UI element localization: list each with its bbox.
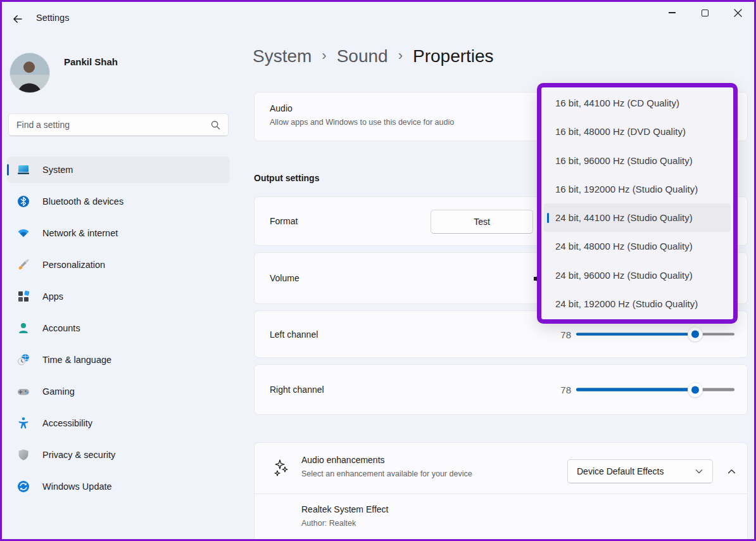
volume-label: Volume <box>270 253 299 303</box>
audio-subtitle: Allow apps and Windows to use this devic… <box>270 118 454 127</box>
sparkles-icon <box>272 458 291 481</box>
sidebar-item-gaming[interactable]: Gaming <box>7 378 230 405</box>
back-button[interactable] <box>8 11 27 27</box>
left-channel-label: Left channel <box>270 311 318 357</box>
flyout-option-24bit-44100-selected[interactable]: 24 bit, 44100 Hz (Studio Quality) <box>544 203 731 232</box>
left-channel-slider-fill <box>576 333 695 336</box>
maximize-icon <box>702 10 709 16</box>
audio-enhancements-card: Audio enhancements Select an enhancement… <box>254 442 748 541</box>
left-channel-value: 78 <box>557 329 571 340</box>
sidebar-item-network-internet[interactable]: Network & internet <box>7 220 230 246</box>
sidebar-item-personalization[interactable]: Personalization <box>7 251 230 278</box>
breadcrumb-separator-icon: › <box>322 48 326 64</box>
breadcrumb-sound[interactable]: Sound <box>337 46 388 67</box>
flyout-option-24bit-96000[interactable]: 24 bit, 96000 Hz (Studio Quality) <box>541 261 733 290</box>
left-channel-slider-thumb[interactable] <box>688 328 702 341</box>
chevron-down-icon <box>695 467 703 476</box>
chevron-up-icon <box>727 467 736 476</box>
flyout-option-24bit-192000[interactable]: 24 bit, 192000 Hz (Studio Quality) <box>541 290 733 318</box>
right-channel-slider-group: 78 <box>557 385 734 395</box>
enhancements-expander-button[interactable] <box>721 461 742 482</box>
accessibility-icon <box>16 416 31 431</box>
close-icon <box>734 9 742 17</box>
right-channel-slider-thumb[interactable] <box>688 383 702 397</box>
flyout-option-16bit-44100[interactable]: 16 bit, 44100 Hz (CD Quality) <box>541 89 733 117</box>
effect-name: Realtek System Effect <box>301 504 388 514</box>
right-channel-label: Right channel <box>270 365 324 414</box>
format-flyout-list: 16 bit, 44100 Hz (CD Quality) 16 bit, 48… <box>541 87 733 319</box>
window-title: Settings <box>36 13 69 23</box>
right-channel-value: 78 <box>557 385 571 395</box>
flyout-option-16bit-192000[interactable]: 16 bit, 192000 Hz (Studio Quality) <box>541 175 733 203</box>
apps-icon <box>16 289 31 304</box>
right-channel-row: Right channel 78 <box>254 364 748 415</box>
breadcrumb-system[interactable]: System <box>253 46 312 67</box>
breadcrumb-properties: Properties <box>413 46 494 67</box>
sidebar-item-system[interactable]: System <box>7 156 230 183</box>
close-button[interactable] <box>721 2 754 23</box>
bluetooth-icon <box>16 194 31 209</box>
enhancements-dropdown[interactable]: Device Default Effects <box>567 459 713 483</box>
person-icon <box>16 321 31 336</box>
format-flyout: 16 bit, 44100 Hz (CD Quality) 16 bit, 48… <box>537 83 738 324</box>
left-channel-slider-group: 78 <box>557 329 734 340</box>
flyout-option-16bit-96000[interactable]: 16 bit, 96000 Hz (Studio Quality) <box>541 146 733 175</box>
settings-window: Settings Pankil Shah <box>0 0 756 541</box>
sidebar-item-time-language[interactable]: Time & language <box>7 347 230 373</box>
sidebar-item-privacy-security[interactable]: Privacy & security <box>7 442 230 468</box>
sidebar-nav: System Bluetooth & devices Network & int… <box>7 156 230 505</box>
clock-globe-icon <box>16 352 31 367</box>
window-controls <box>655 2 754 23</box>
slider-thumb-dot <box>691 386 699 393</box>
search-input[interactable] <box>16 120 210 130</box>
right-channel-slider[interactable] <box>576 388 734 391</box>
user-name: Pankil Shah <box>64 56 118 67</box>
search-icon <box>210 120 220 130</box>
right-channel-slider-fill <box>576 388 695 391</box>
sidebar-item-accessibility[interactable]: Accessibility <box>7 410 230 436</box>
flyout-option-16bit-48000[interactable]: 16 bit, 48000 Hz (DVD Quality) <box>541 117 733 146</box>
breadcrumb-separator-icon: › <box>398 48 403 64</box>
update-icon <box>16 479 31 494</box>
wifi-icon <box>16 226 31 241</box>
sidebar-item-bluetooth-devices[interactable]: Bluetooth & devices <box>7 188 230 215</box>
minimize-icon <box>669 12 676 13</box>
format-label: Format <box>270 197 298 245</box>
flyout-option-24bit-48000[interactable]: 24 bit, 48000 Hz (Studio Quality) <box>541 232 733 260</box>
back-arrow-icon <box>12 13 23 25</box>
enhancements-dropdown-value: Device Default Effects <box>577 466 664 476</box>
minimize-button[interactable] <box>655 2 688 23</box>
effect-author: Author: Realtek <box>301 519 356 528</box>
search-box <box>8 113 229 136</box>
breadcrumb: System › Sound › Properties <box>253 46 494 67</box>
system-icon <box>16 162 31 177</box>
enhancements-subtitle: Select an enhancement available for your… <box>301 469 472 478</box>
test-button[interactable]: Test <box>431 210 533 234</box>
card-divider <box>255 493 747 494</box>
gamepad-icon <box>16 384 31 399</box>
shield-icon <box>16 447 31 462</box>
output-settings-heading: Output settings <box>254 173 319 183</box>
maximize-button[interactable] <box>688 2 721 23</box>
sidebar-item-accounts[interactable]: Accounts <box>7 315 230 341</box>
sidebar-item-apps[interactable]: Apps <box>7 283 230 310</box>
avatar <box>9 53 50 93</box>
sidebar-item-windows-update[interactable]: Windows Update <box>7 473 230 500</box>
left-channel-slider[interactable] <box>576 333 734 336</box>
audio-title: Audio <box>270 103 293 113</box>
slider-thumb-dot <box>691 331 699 338</box>
profile-header[interactable]: Pankil Shah <box>9 53 118 93</box>
enhancements-title: Audio enhancements <box>301 455 385 465</box>
paintbrush-icon <box>16 257 31 272</box>
